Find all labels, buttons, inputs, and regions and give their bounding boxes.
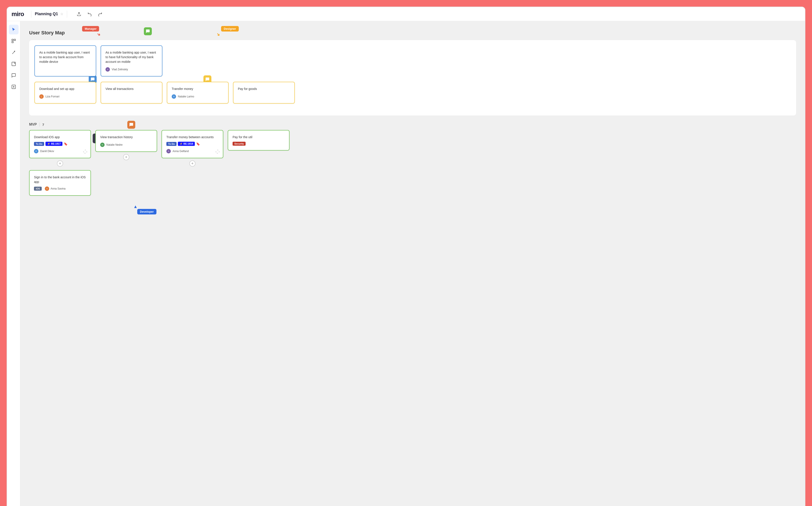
task-card-3-text: Transfer money	[172, 87, 224, 91]
plus-btn-col2[interactable]: +	[123, 154, 129, 160]
mvp-card-3-tags: To Do ⚡ BE-1818 🔖	[166, 142, 218, 146]
badge-be1818: ⚡ BE-1818	[178, 142, 195, 146]
task-cards-row: Download and set up app L Liza Fornari V…	[35, 82, 791, 104]
task-card-2-text: View all transactions	[106, 87, 157, 91]
mvp-divider	[40, 122, 40, 126]
chat-bubble-green-top	[144, 27, 152, 35]
mvp-card-2-footer: N Natalie Nedre	[100, 143, 152, 147]
task-card-2[interactable]: View all transactions	[100, 82, 162, 104]
plus-btn-col1[interactable]: +	[57, 160, 63, 167]
task-card-4-text: Pay for goods	[238, 87, 290, 91]
app-window: miro Planning Q1 ☆	[7, 7, 805, 506]
mvp-card-1-tags: To Do ⚡ BE-1817 🔖	[34, 142, 86, 146]
bookmark-1: 🔖	[64, 142, 68, 146]
mvp-sub-card-1[interactable]: Sign in to the bank account in the iOS a…	[29, 170, 91, 196]
developer-label: Developer	[137, 209, 156, 215]
mvp-card-1-footer: D Daniil Dikov	[34, 149, 86, 153]
mvp-section: MVP 7	[29, 122, 796, 196]
move-icon-1	[83, 149, 87, 155]
mvp-card-4-tags: Security	[232, 142, 285, 146]
mvp-sub-card-1-assignee: Anna Savina	[51, 187, 66, 190]
mvp-card-3-text: Transfer money between accounts	[166, 135, 218, 140]
mvp-sub-card-1-text: Sign in to the bank account in the iOS a…	[34, 175, 86, 184]
mvp-title: MVP	[29, 122, 37, 126]
star-icon[interactable]: ☆	[60, 12, 63, 16]
story-card-1[interactable]: As a mobile banking app user, I want to …	[35, 46, 96, 77]
svg-rect-1	[12, 39, 13, 40]
designer-label: Designer	[221, 26, 239, 31]
sidebar-item-frame[interactable]	[9, 36, 18, 46]
top-bar-divider	[31, 11, 31, 18]
badge-ios: iOS	[34, 187, 42, 191]
avatar-daniil: D	[34, 149, 39, 153]
mvp-card-1-assignee: Daniil Dikov	[40, 150, 54, 153]
sidebar	[7, 21, 20, 506]
task-card-1[interactable]: Download and set up app L Liza Fornari	[35, 82, 96, 104]
canvas-area[interactable]: User Story Map Manager ➔ Designer ➔	[20, 21, 805, 506]
mvp-card-1-text: Download iOS app	[34, 135, 86, 140]
svg-rect-2	[14, 39, 15, 40]
story-cards-row: As a mobile banking app user, I want to …	[35, 46, 791, 77]
user-story-map-container: As a mobile banking app user, I want to …	[29, 40, 796, 115]
badge-security: Security	[232, 142, 246, 146]
story-card-1-text: As a mobile banking app user, I want to …	[39, 50, 91, 64]
mvp-sub-card-1-tags: iOS A Anna Savina	[34, 186, 86, 191]
mvp-count: 7	[42, 123, 44, 126]
designer-arrow: ➔	[215, 32, 221, 37]
avatar-natalie-l: N	[172, 94, 176, 99]
mvp-col-1: Download iOS app To Do ⚡ BE-1817 🔖 D Dan…	[29, 130, 91, 167]
task-card-1-assignee: Liza Fornari	[46, 95, 59, 98]
badge-todo-1: To Do	[34, 142, 44, 146]
mvp-label-row: MVP 7	[29, 122, 796, 126]
story-card-2-footer: V Vlad Zelinskiy	[106, 67, 157, 72]
miro-logo: miro	[11, 11, 24, 18]
mvp-card-2-assignee: Natalie Nedre	[106, 143, 123, 146]
mvp-card-2[interactable]: View transaction history N Natalie Nedre	[95, 130, 157, 152]
badge-be1817: ⚡ BE-1817	[46, 142, 62, 146]
task-card-1-footer: L Liza Fornari	[39, 94, 91, 99]
story-card-2[interactable]: As a mobile banking app user, I want to …	[100, 46, 162, 77]
story-card-2-text: As a mobile banking app user, I want to …	[106, 50, 157, 64]
mvp-card-3[interactable]: Transfer money between accounts To Do ⚡ …	[161, 130, 223, 158]
task-card-1-text: Download and set up app	[39, 87, 91, 91]
task-card-3-footer: N Natalie Larino	[172, 94, 224, 99]
top-bar-actions	[74, 10, 105, 18]
task-card-3-assignee: Natalie Larino	[178, 95, 194, 98]
mvp-sub-cards-row: Sign in to the bank account in the iOS a…	[29, 170, 796, 196]
main-layout: User Story Map Manager ➔ Designer ➔	[7, 21, 805, 506]
sidebar-item-sticky[interactable]	[9, 59, 18, 69]
mvp-col-3: Transfer money between accounts To Do ⚡ …	[161, 130, 223, 167]
task-card-3[interactable]: Transfer money N Natalie Larino	[167, 82, 228, 104]
undo-button[interactable]	[85, 10, 94, 18]
sidebar-item-cross[interactable]	[9, 82, 18, 92]
mvp-card-3-footer: A Anna Gelfand	[166, 149, 218, 153]
top-bar: miro Planning Q1 ☆	[7, 7, 805, 21]
manager-label: Manager	[82, 26, 99, 31]
svg-rect-3	[12, 41, 13, 43]
bookmark-3: 🔖	[196, 142, 200, 146]
sidebar-item-pen[interactable]	[9, 48, 18, 57]
avatar-anna-s: A	[45, 186, 49, 191]
avatar-natalie-n: N	[100, 143, 105, 147]
mvp-card-4[interactable]: Pay for the util Security	[228, 130, 289, 151]
upload-button[interactable]	[74, 10, 84, 18]
move-icon-3	[215, 149, 220, 155]
redo-button[interactable]	[95, 10, 105, 18]
avatar-anna-g: A	[166, 149, 171, 153]
mvp-col-2: View transaction history N Natalie Nedre…	[95, 130, 157, 160]
mvp-col-4: Pay for the util Security	[228, 130, 289, 151]
developer-cursor-arrow: ▲	[133, 204, 138, 209]
badge-todo-3: To Do	[166, 142, 177, 146]
svg-line-4	[12, 51, 15, 54]
mvp-card-3-assignee: Anna Gelfand	[173, 150, 189, 153]
sidebar-item-comment[interactable]	[9, 71, 18, 80]
task-card-4[interactable]: Pay for goods	[233, 82, 295, 104]
user-story-map-title: User Story Map	[29, 30, 65, 36]
board-title: Planning Q1	[35, 12, 58, 16]
avatar-vlad: V	[106, 67, 110, 72]
avatar-liza: L	[39, 94, 44, 99]
mvp-card-1[interactable]: Download iOS app To Do ⚡ BE-1817 🔖 D Dan…	[29, 130, 91, 158]
plus-btn-col3[interactable]: +	[189, 160, 196, 167]
mvp-cards-row: Download iOS app To Do ⚡ BE-1817 🔖 D Dan…	[29, 130, 796, 167]
sidebar-item-cursor[interactable]	[9, 25, 18, 34]
